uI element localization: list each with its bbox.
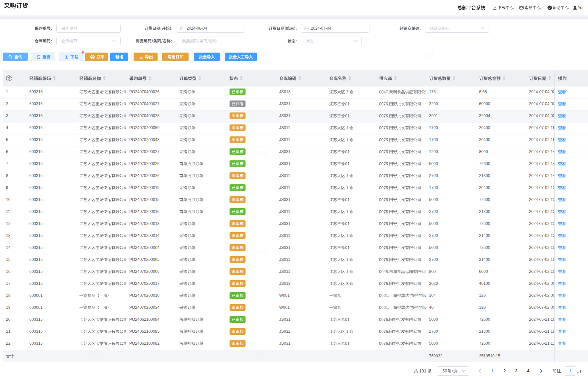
svg-text:?: ? [549,6,551,9]
